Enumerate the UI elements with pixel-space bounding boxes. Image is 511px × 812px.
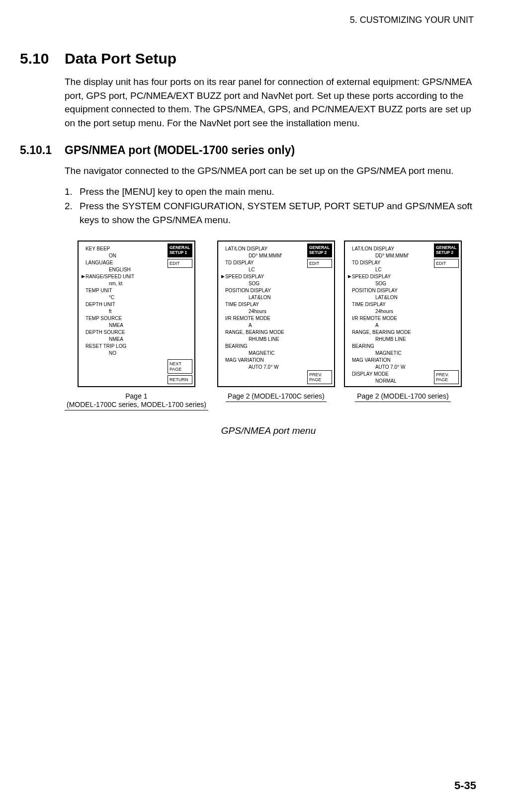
menu-item[interactable]: TIME DISPLAY [348, 301, 429, 308]
caret-icon [348, 329, 352, 336]
menu-item[interactable]: POSITION DISPLAY [221, 287, 302, 294]
menu-item-value: SOG [375, 280, 429, 287]
section-heading: 5.10 Data Port Setup [20, 50, 476, 67]
menu-item-label: BEARING [225, 343, 302, 350]
step-item: 2.Press the SYSTEM CONFIGURATION, SYSTEM… [65, 199, 476, 227]
menu-item-label: LANGUAGE [85, 259, 163, 266]
menu-item-value: LC [375, 266, 429, 273]
chapter-header: 5. CUSTOMIZING YOUR UNIT [20, 15, 476, 25]
menu-item-value: NO [109, 350, 163, 357]
screen-menu: KEY BEEPONLANGUAGEENGLISH▶RANGE/SPEED UN… [79, 242, 166, 386]
menu-item-value: DD° MM.MMM' [249, 252, 302, 259]
menu-item[interactable]: TD DISPLAY [221, 259, 302, 266]
menu-item-value: AUTO 7.0° W [375, 364, 429, 371]
caret-icon [221, 329, 225, 336]
subsection-intro: The navigator connected to the GPS/NMEA … [65, 164, 476, 178]
menu-item[interactable]: RESET TRIP LOG [82, 343, 163, 350]
menu-item[interactable]: LAT/LON DISPLAY [221, 245, 302, 252]
menu-item-value: RHUMB LINE [375, 336, 429, 343]
softkey[interactable]: EDIT [307, 259, 332, 268]
subsection-number: 5.10.1 [20, 144, 65, 157]
menu-item[interactable]: TEMP SOURCE [82, 315, 163, 322]
menu-item[interactable]: TEMP UNIT [82, 287, 163, 294]
menu-item-value: LAT&LON [249, 294, 302, 301]
screen-menu: LAT/LON DISPLAYDD° MM.MMM'TD DISPLAYLC▶S… [345, 242, 432, 386]
menu-item-value: ON [109, 252, 163, 259]
menu-item[interactable]: DEPTH UNIT [82, 301, 163, 308]
menu-item[interactable]: BEARING [221, 343, 302, 350]
menu-item-label: TD DISPLAY [352, 259, 429, 266]
menu-item-label: MAG VARIATION [225, 357, 302, 364]
caret-icon [82, 343, 85, 350]
caret-icon [82, 315, 85, 322]
softkey-column: GENERAL SETUP 2EDITPREV. PAGE [432, 242, 461, 386]
caret-icon [348, 371, 352, 378]
softkey[interactable]: PREV. PAGE [307, 370, 332, 385]
menu-item-label: DISPLAY MODE [352, 371, 429, 378]
menu-item[interactable]: LAT/LON DISPLAY [348, 245, 429, 252]
menu-item-value: NMEA [109, 336, 163, 343]
menu-item[interactable]: DEPTH SOURCE [82, 329, 163, 336]
caret-icon [348, 315, 352, 322]
caret-icon [221, 343, 225, 350]
caret-icon [82, 329, 85, 336]
figure-caption: GPS/NMEA port menu [65, 425, 472, 436]
menu-item[interactable]: DISPLAY MODE [348, 371, 429, 378]
menu-item[interactable]: RANGE, BEARING MODE [221, 329, 302, 336]
menu-item-label: POSITION DISPLAY [225, 287, 302, 294]
menu-item-label: RANGE, BEARING MODE [352, 329, 429, 336]
caret-icon [348, 301, 352, 308]
caret-icon [348, 343, 352, 350]
caret-icon [221, 259, 225, 266]
menu-item[interactable]: ▶SPEED DISPLAY [348, 273, 429, 280]
screen-panel: LAT/LON DISPLAYDD° MM.MMM'TD DISPLAYLC▶S… [344, 241, 462, 387]
menu-item[interactable]: LANGUAGE [82, 259, 163, 266]
menu-item[interactable]: ▶SPEED DISPLAY [221, 273, 302, 280]
subsection-heading: 5.10.1 GPS/NMEA port (MODEL-1700 series … [20, 144, 476, 157]
softkey[interactable]: EDIT [168, 259, 192, 268]
caret-icon [82, 245, 85, 252]
menu-item[interactable]: I/R REMOTE MODE [221, 315, 302, 322]
screen-block: LAT/LON DISPLAYDD° MM.MMM'TD DISPLAYLC▶S… [344, 241, 462, 410]
menu-item[interactable]: ▶RANGE/SPEED UNIT [82, 273, 163, 280]
screen-menu: LAT/LON DISPLAYDD° MM.MMM'TD DISPLAYLC▶S… [218, 242, 305, 386]
menu-item-label: TEMP SOURCE [85, 315, 163, 322]
softkey[interactable]: RETURN [168, 375, 192, 384]
menu-item[interactable]: TIME DISPLAY [221, 301, 302, 308]
step-text: Press the [MENU] key to open the main me… [80, 185, 274, 199]
menu-item-value: A [249, 322, 302, 329]
menu-item[interactable]: POSITION DISPLAY [348, 287, 429, 294]
menu-item-value: RHUMB LINE [249, 336, 302, 343]
menu-item[interactable]: MAG VARIATION [221, 357, 302, 364]
menu-item-value: 24hours [249, 308, 302, 315]
menu-item[interactable]: TD DISPLAY [348, 259, 429, 266]
menu-item-label: POSITION DISPLAY [352, 287, 429, 294]
menu-item-label: LAT/LON DISPLAY [352, 245, 429, 252]
menu-item[interactable]: MAG VARIATION [348, 357, 429, 364]
screen-caption: Page 1 (MODEL-1700C series, MODEL-1700 s… [65, 390, 208, 410]
softkey[interactable]: NEXT PAGE [168, 359, 192, 374]
caret-icon [221, 287, 225, 294]
softkey[interactable]: EDIT [434, 259, 459, 268]
menu-item-label: MAG VARIATION [352, 357, 429, 364]
softkey-column: GENERAL SETUP 2EDITPREV. PAGE [305, 242, 334, 386]
menu-item-value: NORMAL [375, 378, 429, 385]
step-item: 1.Press the [MENU] key to open the main … [65, 185, 476, 199]
menu-item-label: SPEED DISPLAY [352, 273, 429, 280]
caret-icon [348, 357, 352, 364]
menu-item[interactable]: BEARING [348, 343, 429, 350]
menu-item-label: KEY BEEP [85, 245, 163, 252]
caret-icon [221, 315, 225, 322]
screen-caption: Page 2 (MODEL-1700 series) [355, 390, 450, 402]
menu-item[interactable]: I/R REMOTE MODE [348, 315, 429, 322]
screen-title-badge: GENERAL SETUP 2 [307, 244, 332, 257]
caret-icon: ▶ [221, 273, 225, 280]
softkey[interactable]: PREV. PAGE [434, 370, 459, 385]
menu-item[interactable]: KEY BEEP [82, 245, 163, 252]
menu-item-value: SOG [249, 280, 302, 287]
menu-item-value: LC [249, 266, 302, 273]
softkey-column: GENERAL SETUP 1EDITNEXT PAGERETURN [166, 242, 194, 386]
menu-item-label: TD DISPLAY [225, 259, 302, 266]
menu-item-value: MAGNETIC [249, 350, 302, 357]
menu-item[interactable]: RANGE, BEARING MODE [348, 329, 429, 336]
